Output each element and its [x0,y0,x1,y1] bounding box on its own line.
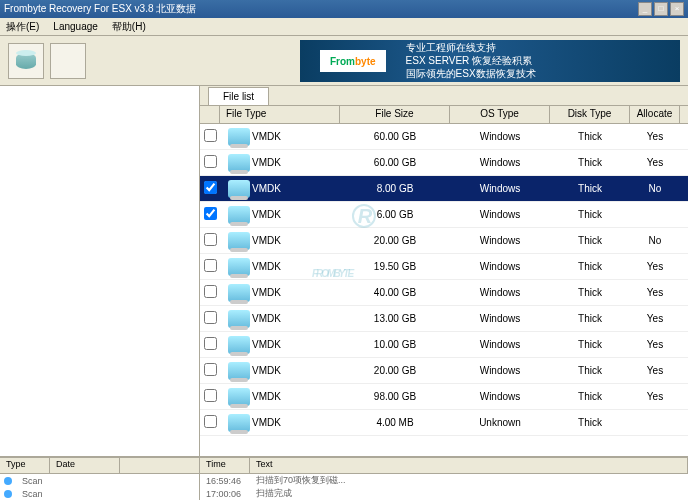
row-checkbox[interactable] [204,181,217,194]
menubar: 操作(E) Language 帮助(H) [0,18,688,36]
table-row[interactable]: VMDK20.00 GBWindowsThickYes [200,358,688,384]
maximize-button[interactable]: □ [654,2,668,16]
cell-size: 98.00 GB [340,391,450,402]
minimize-button[interactable]: _ [638,2,652,16]
row-checkbox[interactable] [204,311,217,324]
table-row[interactable]: VMDK6.00 GBWindowsThick [200,202,688,228]
toolbar: Frombyte 专业工程师在线支持 ESX SERVER 恢复经验积累 国际领… [0,36,688,86]
close-button[interactable]: × [670,2,684,16]
col-disktype[interactable]: Disk Type [550,106,630,123]
tool-button-2[interactable] [50,43,86,79]
log-right: Time Text 16:59:46扫描到70项恢复到磁...17:00:06扫… [200,458,688,500]
cell-size: 20.00 GB [340,235,450,246]
log-row[interactable]: 17:00:06扫描完成 [200,487,688,500]
titlebar: Frombyte Recovery For ESX v3.8 北亚数据 _ □ … [0,0,688,18]
cell-type: VMDK [252,209,281,220]
cell-os: Windows [450,287,550,298]
row-checkbox[interactable] [204,259,217,272]
menu-help[interactable]: 帮助(H) [112,20,146,34]
cell-size: 19.50 GB [340,261,450,272]
tab-filelist[interactable]: File list [208,87,269,105]
menu-language[interactable]: Language [53,21,98,32]
col-allocate[interactable]: Allocate [630,106,680,123]
row-checkbox[interactable] [204,337,217,350]
log-type: Scan [16,489,66,499]
cell-size: 40.00 GB [340,287,450,298]
row-checkbox[interactable] [204,415,217,428]
table-row[interactable]: VMDK8.00 GBWindowsThickNo [200,176,688,202]
cell-disk: Thick [550,261,630,272]
log-row[interactable]: 16:59:46扫描到70项恢复到磁... [200,474,688,487]
cell-disk: Thick [550,287,630,298]
cell-size: 20.00 GB [340,365,450,376]
table-row[interactable]: VMDK60.00 GBWindowsThickYes [200,124,688,150]
row-checkbox[interactable] [204,207,217,220]
vmdk-icon [228,284,250,302]
cell-size: 6.00 GB [340,209,450,220]
log-col-text[interactable]: Text [250,458,688,473]
cell-disk: Thick [550,209,630,220]
cell-os: Windows [450,391,550,402]
cell-disk: Thick [550,365,630,376]
table-row[interactable]: VMDK98.00 GBWindowsThickYes [200,384,688,410]
table-row[interactable]: VMDK13.00 GBWindowsThickYes [200,306,688,332]
vmdk-icon [228,388,250,406]
vmdk-icon [228,362,250,380]
col-ostype[interactable]: OS Type [450,106,550,123]
table-row[interactable]: VMDK60.00 GBWindowsThickYes [200,150,688,176]
row-checkbox[interactable] [204,233,217,246]
cell-os: Unknown [450,417,550,428]
cell-os: Windows [450,209,550,220]
table-row[interactable]: VMDK19.50 GBWindowsThickYes [200,254,688,280]
banner-text: 专业工程师在线支持 ESX SERVER 恢复经验积累 国际领先的ESX数据恢复… [406,41,536,80]
cell-type: VMDK [252,391,281,402]
cell-os: Windows [450,365,550,376]
table-row[interactable]: VMDK40.00 GBWindowsThickYes [200,280,688,306]
vmdk-icon [228,180,250,198]
cell-disk: Thick [550,157,630,168]
tab-row: File list [200,86,688,106]
cell-size: 10.00 GB [340,339,450,350]
vmdk-icon [228,414,250,432]
cell-alloc: No [630,235,680,246]
cell-disk: Thick [550,183,630,194]
cell-os: Windows [450,183,550,194]
database-button[interactable] [8,43,44,79]
cell-disk: Thick [550,313,630,324]
table-row[interactable]: VMDK20.00 GBWindowsThickNo [200,228,688,254]
log-row[interactable]: Scan [0,474,199,487]
log-col-type[interactable]: Type [0,458,50,473]
log-row[interactable]: Scan [0,487,199,500]
vmdk-icon [228,154,250,172]
log-time: 16:59:46 [200,476,250,486]
cell-disk: Thick [550,235,630,246]
window-controls: _ □ × [638,2,684,16]
log-col-time[interactable]: Time [200,458,250,473]
log-text: 扫描到70项恢复到磁... [250,474,688,487]
log-left: Type Date ScanScanViewViewViewView [0,458,200,500]
row-checkbox[interactable] [204,129,217,142]
row-checkbox[interactable] [204,389,217,402]
col-filetype[interactable]: File Type [220,106,340,123]
log-time: 17:00:06 [200,489,250,499]
cell-alloc: Yes [630,391,680,402]
cell-size: 4.00 MB [340,417,450,428]
log-col-date[interactable]: Date [50,458,120,473]
cell-os: Windows [450,235,550,246]
row-checkbox[interactable] [204,285,217,298]
row-checkbox[interactable] [204,363,217,376]
row-checkbox[interactable] [204,155,217,168]
menu-file[interactable]: 操作(E) [6,20,39,34]
cell-size: 60.00 GB [340,157,450,168]
col-checkbox[interactable] [200,106,220,123]
cell-type: VMDK [252,417,281,428]
log-dot-icon [4,490,12,498]
cell-type: VMDK [252,157,281,168]
cell-disk: Thick [550,131,630,142]
table-row[interactable]: VMDK10.00 GBWindowsThickYes [200,332,688,358]
vmdk-icon [228,206,250,224]
database-icon [16,53,36,69]
table-row[interactable]: VMDK4.00 MBUnknownThick [200,410,688,436]
cell-alloc: Yes [630,365,680,376]
col-filesize[interactable]: File Size [340,106,450,123]
